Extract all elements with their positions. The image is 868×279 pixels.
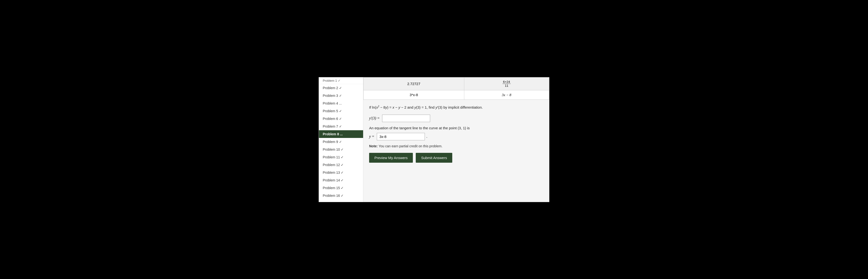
sidebar-item-problem-9[interactable]: Problem 9 ✓ [319, 138, 363, 146]
y-label: y = [369, 134, 374, 139]
submit-answers-button[interactable]: Submit Answers [416, 153, 452, 163]
problem-statement: If ln(x2 − 8y) = x − y − 2 and y(3) = 1,… [369, 104, 543, 110]
answer-table: 2.72727 6+24 11 3*x-8 3x − 8 [363, 78, 549, 100]
sidebar-item-problem-2[interactable]: Problem 2 ✓ [319, 84, 363, 92]
fraction-display: 6+24 11 [502, 80, 510, 88]
sidebar-item-problem-11[interactable]: Problem 11 ✓ [319, 153, 363, 161]
y-input[interactable] [377, 133, 425, 140]
sidebar-item-problem-5[interactable]: Problem 5 ✓ [319, 107, 363, 115]
yprime-label: y′(3) = [369, 116, 380, 120]
preview-answers-button[interactable]: Preview My Answers [369, 153, 413, 163]
button-row: Preview My Answers Submit Answers [369, 153, 543, 163]
table-cell-correct-2: 3x − 8 [464, 90, 549, 99]
table-cell-correct-1: 6+24 11 [464, 78, 549, 90]
tangent-statement: An equation of the tangent line to the c… [369, 126, 543, 130]
sidebar-item-problem-3[interactable]: Problem 3 ✓ [319, 92, 363, 99]
yprime-input[interactable] [382, 115, 430, 122]
sidebar: Problem 1 ✓ Problem 2 ✓ Problem 3 ✓ Prob… [319, 78, 363, 202]
sidebar-item-problem-14[interactable]: Problem 14 ✓ [319, 176, 363, 184]
sidebar-item-problem-7[interactable]: Problem 7 ✓ [319, 123, 363, 130]
sidebar-item-problem-10[interactable]: Problem 10 ✓ [319, 146, 363, 153]
note-text: You can earn partial credit on this prob… [378, 144, 442, 148]
note-section: Note: You can earn partial credit on thi… [369, 144, 543, 148]
sidebar-item-problem-4[interactable]: Problem 4 ... [319, 99, 363, 107]
sidebar-item-problem-15[interactable]: Problem 15 ✓ [319, 184, 363, 192]
table-row-2: 3*x-8 3x − 8 [364, 90, 549, 99]
yprime-input-row: y′(3) = [369, 115, 543, 122]
table-cell-student-1: 2.72727 [364, 78, 464, 90]
sidebar-item-problem-12[interactable]: Problem 12 ✓ [319, 161, 363, 169]
tangent-section: An equation of the tangent line to the c… [369, 126, 543, 140]
main-content: 2.72727 6+24 11 3*x-8 3x − 8 [363, 78, 549, 202]
sidebar-item-problem-1-top[interactable]: Problem 1 ✓ [319, 78, 363, 84]
sidebar-item-problem-16[interactable]: Problem 16 ✓ [319, 192, 363, 199]
table-row-1: 2.72727 6+24 11 [364, 78, 549, 90]
sidebar-item-problem-8[interactable]: Problem 8 ... [319, 130, 363, 138]
sidebar-item-problem-13[interactable]: Problem 13 ✓ [319, 169, 363, 176]
sidebar-item-problem-6[interactable]: Problem 6 ✓ [319, 115, 363, 123]
note-bold: Note: [369, 144, 378, 148]
table-cell-student-2: 3*x-8 [364, 90, 464, 99]
problem-section: If ln(x2 − 8y) = x − y − 2 and y(3) = 1,… [363, 100, 549, 167]
period: . [426, 134, 427, 139]
y-input-row: y = . [369, 133, 543, 140]
